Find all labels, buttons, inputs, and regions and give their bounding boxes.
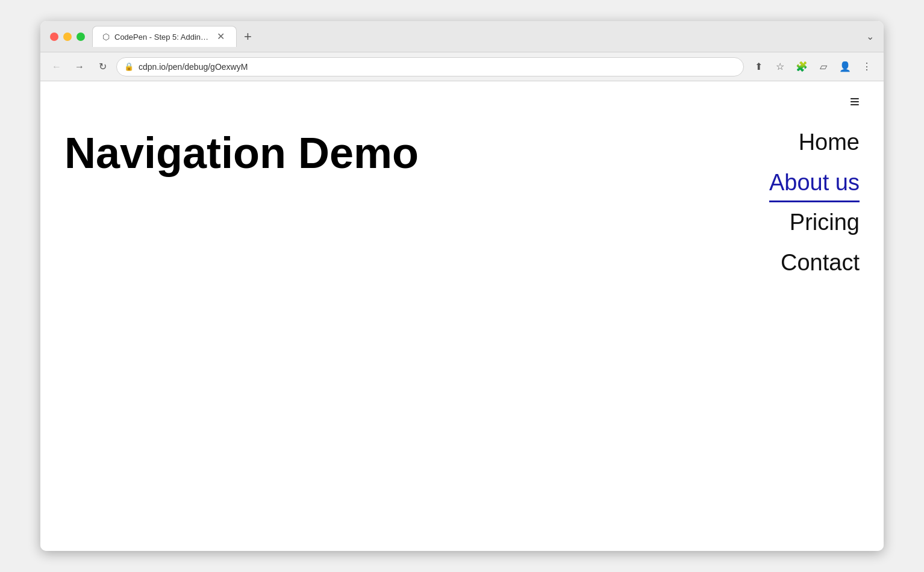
nav-links: Home About us Pricing Contact [769,122,860,283]
maximize-button[interactable] [76,33,85,41]
back-button[interactable]: ← [48,58,66,76]
profile-button[interactable]: 👤 [835,57,855,76]
nav-link-contact[interactable]: Contact [781,243,860,283]
nav-link-pricing[interactable]: Pricing [790,202,860,243]
share-button[interactable]: ⬆ [749,57,768,76]
new-tab-button[interactable]: + [239,26,257,47]
address-bar: ← → ↻ 🔒 cdpn.io/pen/debug/gOexwyM ⬆ ☆ 🧩 … [40,52,884,81]
minimize-button[interactable] [63,33,72,41]
url-bar[interactable]: 🔒 cdpn.io/pen/debug/gOexwyM [116,57,744,76]
reload-button[interactable]: ↻ [93,58,111,76]
tab-dropdown-icon[interactable]: ⌄ [866,31,874,42]
codepen-icon: ⬡ [102,32,110,42]
nav-link-home[interactable]: Home [799,122,860,163]
extensions-button[interactable]: 🧩 [792,57,811,76]
nav-sidebar: ≡ Home About us Pricing Contact [769,93,860,283]
page-main: Navigation Demo [40,81,884,201]
lock-icon: 🔒 [124,62,134,71]
close-button[interactable] [50,33,58,41]
tab-title: CodePen - Step 5: Adding a bu [114,33,210,42]
active-tab[interactable]: ⬡ CodePen - Step 5: Adding a bu ✕ [92,26,237,47]
bookmark-button[interactable]: ☆ [770,57,790,76]
tab-close-button[interactable]: ✕ [215,31,226,42]
url-text: cdpn.io/pen/debug/gOexwyM [139,62,736,72]
browser-window: ⬡ CodePen - Step 5: Adding a bu ✕ + ⌄ ← … [40,21,884,551]
sidebar-button[interactable]: ▱ [814,57,833,76]
title-bar: ⬡ CodePen - Step 5: Adding a bu ✕ + ⌄ [40,21,884,52]
traffic-lights [50,33,85,41]
browser-actions: ⬆ ☆ 🧩 ▱ 👤 ⋮ [749,57,876,76]
page-heading: Navigation Demo [64,129,860,177]
more-button[interactable]: ⋮ [857,57,876,76]
hamburger-icon[interactable]: ≡ [850,93,860,110]
nav-link-about[interactable]: About us [769,163,860,202]
tabs-area: ⬡ CodePen - Step 5: Adding a bu ✕ + ⌄ [92,26,874,47]
forward-button[interactable]: → [70,58,89,76]
page-content: Navigation Demo ≡ Home About us Pricing … [40,81,884,551]
